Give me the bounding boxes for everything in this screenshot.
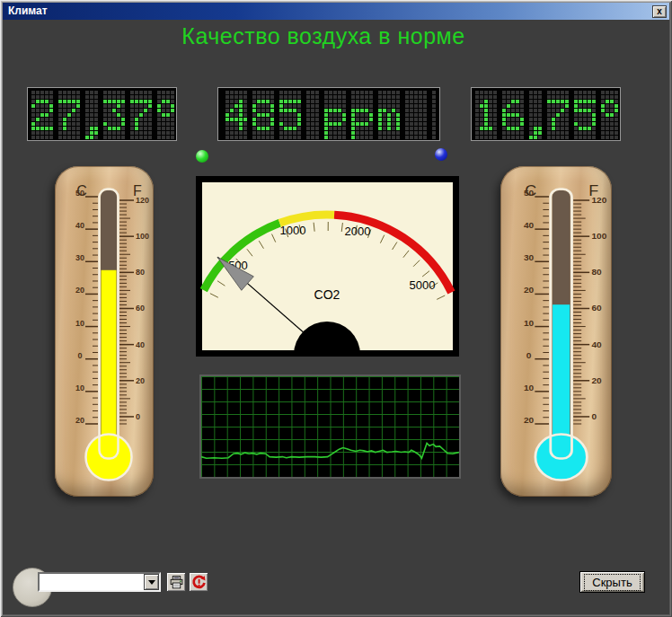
hide-button-label: Скрыть [585,575,639,590]
refresh-icon [191,575,207,590]
svg-text:120: 120 [136,196,149,205]
combobox-dropdown-button[interactable] [144,574,159,590]
svg-text:2000: 2000 [345,225,371,238]
svg-text:0: 0 [136,412,140,421]
svg-text:0: 0 [526,350,532,359]
air-quality-status-text: Качество воздуха в норме [0,23,647,49]
svg-text:40: 40 [591,339,601,348]
svg-text:20: 20 [591,375,601,384]
window-title: Климат [8,3,652,20]
svg-text:10: 10 [75,319,84,328]
app-window: Климат x Качество воздуха в норме 500100… [0,0,672,617]
title-bar: Климат x [3,3,669,20]
svg-text:40: 40 [524,221,534,230]
svg-text:100: 100 [136,232,149,241]
svg-text:20: 20 [524,416,534,425]
svg-text:60: 60 [591,304,601,313]
svg-text:5000: 5000 [410,278,436,292]
svg-text:CO2: CO2 [314,287,340,302]
svg-text:20: 20 [75,416,84,425]
right-thermometer: CF504030201001020120100806040200 [500,166,612,497]
svg-text:10: 10 [75,383,84,392]
svg-text:40: 40 [136,340,145,349]
chevron-down-icon [148,580,155,585]
svg-text:120: 120 [591,196,606,205]
svg-text:10: 10 [524,318,534,327]
svg-text:80: 80 [136,268,145,277]
co2-gauge: 500100020005000CO2 [196,176,459,357]
svg-text:80: 80 [591,268,601,277]
svg-text:50: 50 [524,189,534,198]
refresh-button[interactable] [189,572,208,592]
hide-button[interactable]: Скрыть [579,571,645,593]
svg-text:20: 20 [524,286,534,295]
combobox-input[interactable] [40,574,144,590]
svg-text:100: 100 [591,232,606,241]
svg-text:0: 0 [591,412,597,421]
svg-text:20: 20 [75,286,84,295]
svg-text:50: 50 [75,189,84,198]
svg-text:0: 0 [77,351,82,360]
svg-text:60: 60 [136,304,145,313]
print-button[interactable] [166,572,186,592]
svg-text:30: 30 [524,253,534,262]
svg-text:40: 40 [75,221,84,230]
co2-display [217,87,440,141]
temperature-left-display [27,87,177,141]
svg-text:30: 30 [75,253,84,262]
left-thermometer: CF504030201001020120100806040200 [55,166,154,497]
svg-text:20: 20 [136,376,145,385]
svg-text:1000: 1000 [280,224,306,237]
port-combobox[interactable] [38,572,161,592]
blue-status-led [435,148,447,161]
temperature-right-display [471,87,621,141]
co2-trend-scope [199,375,461,479]
printer-icon [169,575,184,590]
green-status-led [196,150,208,163]
svg-text:10: 10 [524,383,534,392]
close-icon[interactable]: x [652,5,667,18]
